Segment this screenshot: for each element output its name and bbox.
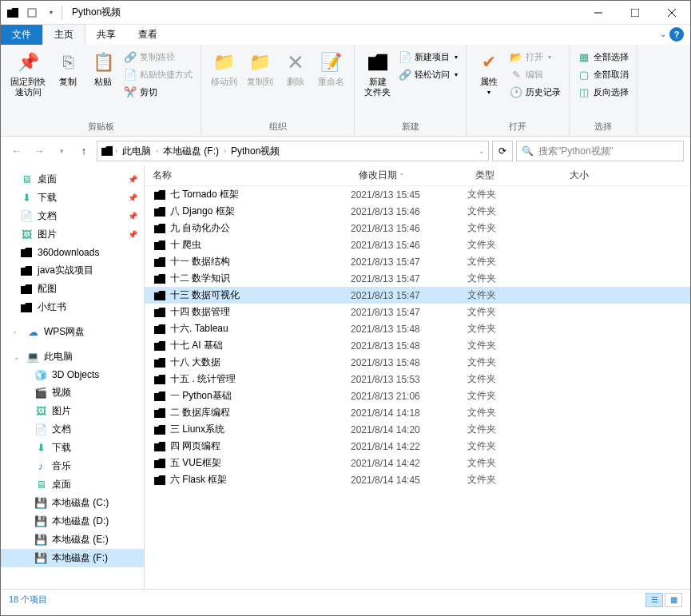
tab-share[interactable]: 共享 — [85, 25, 127, 45]
file-row[interactable]: 十八 大数据2021/8/13 15:48文件夹 — [145, 354, 690, 371]
tab-file[interactable]: 文件 — [1, 25, 42, 45]
file-row[interactable]: 十二 数学知识2021/8/13 15:47文件夹 — [145, 270, 690, 287]
file-row[interactable]: 十四 数据管理2021/8/13 15:47文件夹 — [145, 304, 690, 320]
file-row[interactable]: 七 Tornado 框架2021/8/13 15:45文件夹 — [145, 186, 690, 203]
nav-drive-c[interactable]: 💾本地磁盘 (C:) — [1, 494, 144, 512]
paste-shortcut-button[interactable]: 📄粘贴快捷方式 — [121, 66, 196, 83]
group-select: 选择 — [574, 119, 632, 136]
file-type: 文件夹 — [467, 188, 562, 201]
crumb-drive[interactable]: 本地磁盘 (F:) — [160, 145, 222, 158]
move-to-button[interactable]: 📁移动到 — [206, 48, 242, 89]
maximize-button[interactable] — [617, 1, 653, 25]
nav-desktop2[interactable]: 🖥桌面 — [1, 475, 144, 494]
folder-icon — [153, 356, 167, 369]
invert-selection-button[interactable]: ◫反向选择 — [574, 83, 632, 101]
chevron-right-icon[interactable]: › — [224, 147, 226, 155]
qat-item[interactable] — [23, 4, 41, 22]
file-row[interactable]: 一 Python基础2021/8/13 21:06文件夹 — [145, 387, 690, 404]
cut-button[interactable]: ✂️剪切 — [121, 83, 196, 101]
nav-3d-objects[interactable]: 🧊3D Objects — [1, 366, 144, 384]
chevron-right-icon[interactable]: › — [156, 147, 158, 155]
nav-xiaohongshu[interactable]: 小红书 — [1, 298, 144, 316]
back-button[interactable]: ← — [7, 141, 26, 161]
new-folder-button[interactable]: 新建 文件夹 — [359, 48, 395, 99]
file-row[interactable]: 十三 数据可视化2021/8/13 15:47文件夹 — [145, 287, 690, 304]
breadcrumb[interactable]: › 此电脑 › 本地磁盘 (F:) › Python视频 ⌄ — [97, 141, 489, 161]
delete-button[interactable]: ✕删除 — [278, 48, 313, 89]
ribbon-expand-icon[interactable]: ⌄ — [660, 30, 666, 38]
file-date: 2021/8/14 14:20 — [351, 424, 467, 435]
nav-documents[interactable]: 📄文档📌 — [1, 207, 144, 225]
qat-dropdown[interactable]: ▾ — [42, 4, 60, 22]
pin-to-quick-access-button[interactable]: 📌固定到快 速访问 — [6, 48, 50, 99]
nav-downloads[interactable]: ⬇下载📌 — [1, 189, 144, 207]
tab-home[interactable]: 主页 — [42, 24, 85, 45]
chevron-down-icon[interactable]: ⌄ — [479, 147, 485, 155]
copy-button[interactable]: ⎘复制 — [50, 48, 85, 89]
recent-dropdown[interactable]: ▾ — [52, 141, 71, 161]
nav-pictures2[interactable]: 🖼图片 — [1, 402, 144, 420]
nav-this-pc[interactable]: ⌄💻此电脑 — [1, 348, 144, 366]
file-name: 十 爬虫 — [167, 238, 351, 252]
navigation-pane[interactable]: 🖥桌面📌 ⬇下载📌 📄文档📌 🖼图片📌 360downloads java实战项… — [1, 165, 145, 589]
crumb-this-pc[interactable]: 此电脑 — [119, 145, 154, 158]
file-row[interactable]: 十六. Tableau2021/8/13 15:48文件夹 — [145, 320, 690, 337]
rename-button[interactable]: 📝重命名 — [313, 48, 349, 89]
crumb-folder[interactable]: Python视频 — [228, 145, 283, 158]
file-date: 2021/8/13 15:47 — [351, 290, 467, 301]
file-row[interactable]: 十 爬虫2021/8/13 15:46文件夹 — [145, 236, 690, 253]
nav-pictures[interactable]: 🖼图片📌 — [1, 225, 144, 244]
history-button[interactable]: 🕑历史记录 — [506, 83, 564, 101]
paste-button[interactable]: 📋粘贴 — [85, 48, 121, 89]
help-icon[interactable]: ? — [669, 27, 684, 42]
nav-peitu[interactable]: 配图 — [1, 280, 144, 298]
open-button[interactable]: 📂打开▾ — [506, 48, 564, 66]
file-row[interactable]: 六 Flask 框架2021/8/14 14:45文件夹 — [145, 471, 690, 488]
file-row[interactable]: 十七 AI 基础2021/8/13 15:48文件夹 — [145, 337, 690, 354]
nav-java[interactable]: java实战项目 — [1, 261, 144, 280]
file-row[interactable]: 五 VUE框架2021/8/14 14:42文件夹 — [145, 455, 690, 471]
search-input[interactable]: 🔍 搜索"Python视频" — [516, 141, 684, 161]
close-button[interactable] — [653, 1, 690, 25]
nav-wps[interactable]: ›☁WPS网盘 — [1, 323, 144, 341]
item-count: 18 个项目 — [9, 594, 47, 606]
col-date[interactable]: 修改日期˄ — [351, 169, 467, 182]
file-row[interactable]: 八 Django 框架2021/8/13 15:46文件夹 — [145, 203, 690, 220]
col-size[interactable]: 大小 — [562, 169, 625, 182]
easy-access-button[interactable]: 🔗轻松访问▾ — [395, 66, 461, 83]
select-all-button[interactable]: ▦全部选择 — [574, 48, 632, 66]
minimize-button[interactable] — [580, 1, 617, 25]
col-type[interactable]: 类型 — [467, 169, 562, 182]
up-button[interactable]: ↑ — [74, 141, 93, 161]
file-row[interactable]: 十五 . 统计管理2021/8/13 15:53文件夹 — [145, 371, 690, 387]
nav-drive-d[interactable]: 💾本地磁盘 (D:) — [1, 512, 144, 531]
chevron-right-icon[interactable]: › — [115, 147, 117, 155]
edit-button[interactable]: ✎编辑 — [506, 66, 564, 83]
nav-drive-f[interactable]: 💾本地磁盘 (F:) — [1, 549, 144, 567]
properties-button[interactable]: ✔属性▾ — [471, 48, 506, 97]
copy-to-button[interactable]: 📁复制到 — [242, 48, 278, 89]
copy-path-button[interactable]: 🔗复制路径 — [121, 48, 196, 66]
nav-documents2[interactable]: 📄文档 — [1, 420, 144, 439]
refresh-button[interactable]: ⟳ — [492, 141, 513, 161]
select-none-button[interactable]: ▢全部取消 — [574, 66, 632, 83]
file-date: 2021/8/13 15:48 — [351, 340, 467, 352]
file-row[interactable]: 四 网页编程2021/8/14 14:22文件夹 — [145, 438, 690, 455]
nav-360downloads[interactable]: 360downloads — [1, 244, 144, 261]
file-list[interactable]: 七 Tornado 框架2021/8/13 15:45文件夹八 Django 框… — [145, 186, 690, 589]
tab-view[interactable]: 查看 — [127, 25, 169, 45]
icons-view-button[interactable]: ▦ — [665, 593, 682, 607]
col-name[interactable]: 名称 — [145, 169, 351, 182]
new-item-button[interactable]: 📄新建项目▾ — [395, 48, 461, 66]
file-row[interactable]: 二 数据库编程2021/8/14 14:18文件夹 — [145, 404, 690, 421]
nav-desktop[interactable]: 🖥桌面📌 — [1, 170, 144, 189]
file-row[interactable]: 九 自动化办公2021/8/13 15:46文件夹 — [145, 220, 690, 236]
nav-videos[interactable]: 🎬视频 — [1, 384, 144, 402]
file-row[interactable]: 十一 数据结构2021/8/13 15:47文件夹 — [145, 253, 690, 270]
forward-button[interactable]: → — [30, 141, 49, 161]
nav-drive-e[interactable]: 💾本地磁盘 (E:) — [1, 531, 144, 549]
nav-music[interactable]: ♪音乐 — [1, 457, 144, 475]
nav-downloads2[interactable]: ⬇下载 — [1, 439, 144, 457]
file-row[interactable]: 三 Liunx系统2021/8/14 14:20文件夹 — [145, 421, 690, 438]
details-view-button[interactable]: ☰ — [645, 593, 663, 607]
